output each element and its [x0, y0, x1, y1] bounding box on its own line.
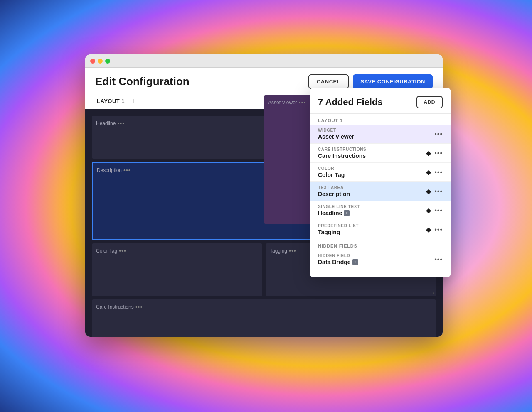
more-icon-asset-viewer[interactable]: •••: [434, 130, 443, 138]
diamond-icon-color-tag[interactable]: ◆: [426, 168, 431, 176]
field-row-asset-viewer: WIDGET Asset Viewer •••: [310, 125, 451, 144]
field-name-asset-viewer: Asset Viewer: [318, 133, 431, 140]
field-row-description: TEXT AREA Description ◆ •••: [310, 182, 451, 201]
field-type-tagging: PREDEFINED LIST: [318, 223, 423, 228]
headline-dots-icon[interactable]: •••: [117, 120, 125, 127]
field-info-color-tag: COLOR Color Tag: [318, 166, 423, 178]
more-icon-color-tag[interactable]: •••: [434, 169, 443, 176]
care-instructions-dots-icon[interactable]: •••: [135, 304, 143, 310]
field-row-color-tag: COLOR Color Tag ◆ •••: [310, 163, 451, 182]
field-info-data-bridge: HIDDEN FIELD Data Bridge T: [318, 253, 431, 265]
tab-layout1[interactable]: LAYOUT 1: [95, 95, 126, 108]
field-name-tagging: Tagging: [318, 229, 423, 235]
field-info-care-instructions: CARE INSTRUCTIONS Care Instructions: [318, 147, 423, 159]
more-icon-description[interactable]: •••: [434, 188, 443, 195]
panel-title: 7 Added Fields: [318, 97, 383, 108]
widget-care-instructions[interactable]: Care Instructions •••: [92, 299, 436, 337]
field-type-data-bridge: HIDDEN FIELD: [318, 253, 431, 258]
field-name-color-tag: Color Tag: [318, 172, 423, 178]
cancel-button[interactable]: CANCEL: [308, 74, 349, 89]
field-info-description: TEXT AREA Description: [318, 185, 423, 197]
maximize-button[interactable]: [105, 59, 110, 64]
layout-section-label: LAYOUT 1: [310, 114, 451, 125]
field-name-care-instructions: Care Instructions: [318, 152, 423, 159]
header-buttons: CANCEL SAVE CONFIGURATION: [308, 74, 433, 89]
field-type-headline: SINGLE LINE TEXT: [318, 204, 423, 209]
color-tag-label: Color Tag: [96, 248, 117, 254]
field-row-tagging: PREDEFINED LIST Tagging ◆ •••: [310, 220, 451, 239]
field-name-description: Description: [318, 191, 423, 197]
asset-viewer-dots-icon[interactable]: •••: [299, 99, 306, 106]
resize-handle-tagging[interactable]: ⌟: [432, 290, 434, 294]
field-info-headline: SINGLE LINE TEXT Headline T: [318, 204, 423, 216]
field-type-color-tag: COLOR: [318, 166, 423, 171]
field-name-headline: Headline T: [318, 210, 423, 216]
tagging-dots-icon[interactable]: •••: [289, 248, 296, 254]
page-title: Edit Configuration: [95, 75, 190, 88]
headline-label: Headline: [96, 120, 116, 126]
field-row-data-bridge: HIDDEN FIELD Data Bridge T •••: [310, 250, 451, 269]
widget-color-tag[interactable]: Color Tag ••• ⌟: [92, 243, 262, 297]
minimize-button[interactable]: [98, 59, 103, 64]
hidden-section-label: HIDDEN FIELDS: [310, 239, 451, 250]
field-info-asset-viewer: WIDGET Asset Viewer: [318, 128, 431, 140]
resize-handle-color-tag[interactable]: ⌟: [259, 290, 261, 294]
more-icon-care-instructions[interactable]: •••: [434, 150, 443, 157]
headline-badge-icon: T: [344, 210, 350, 216]
description-dots-icon[interactable]: •••: [123, 167, 131, 174]
field-info-tagging: PREDEFINED LIST Tagging: [318, 223, 423, 235]
field-type-asset-viewer: WIDGET: [318, 128, 431, 132]
tagging-label: Tagging: [270, 248, 287, 254]
title-bar: [85, 54, 443, 68]
diamond-icon-description[interactable]: ◆: [426, 187, 431, 195]
more-icon-headline[interactable]: •••: [434, 207, 443, 214]
data-bridge-badge-icon: T: [352, 259, 358, 265]
diamond-icon-headline[interactable]: ◆: [426, 206, 431, 214]
field-row-headline: SINGLE LINE TEXT Headline T ◆ •••: [310, 201, 451, 220]
more-icon-data-bridge[interactable]: •••: [434, 256, 443, 263]
save-configuration-button[interactable]: SAVE CONFIGURATION: [353, 74, 433, 89]
more-icon-tagging[interactable]: •••: [434, 226, 443, 233]
fields-panel: 7 Added Fields ADD LAYOUT 1 WIDGET Asset…: [310, 88, 451, 277]
care-instructions-label: Care Instructions: [96, 304, 134, 310]
diamond-icon-care-instructions[interactable]: ◆: [426, 149, 431, 157]
add-field-button[interactable]: ADD: [416, 96, 443, 108]
color-tag-dots-icon[interactable]: •••: [119, 248, 126, 254]
description-label: Description: [97, 167, 122, 173]
field-row-care-instructions: CARE INSTRUCTIONS Care Instructions ◆ ••…: [310, 144, 451, 163]
field-type-care-instructions: CARE INSTRUCTIONS: [318, 147, 423, 152]
diamond-icon-tagging[interactable]: ◆: [426, 226, 431, 233]
asset-viewer-label: Asset Viewer: [268, 100, 297, 105]
panel-header: 7 Added Fields ADD: [310, 96, 451, 114]
field-name-data-bridge: Data Bridge T: [318, 259, 431, 265]
close-button[interactable]: [90, 59, 95, 64]
field-type-description: TEXT AREA: [318, 185, 423, 190]
tab-add[interactable]: +: [128, 94, 138, 109]
